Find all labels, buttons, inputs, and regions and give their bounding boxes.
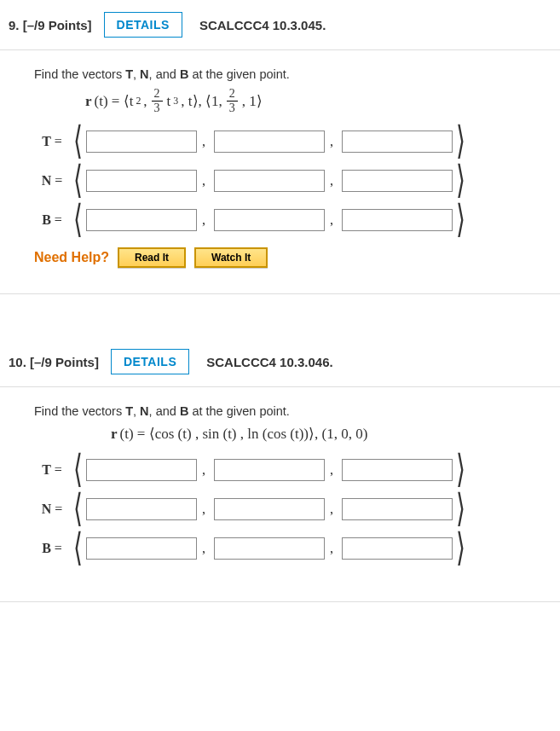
question-header: 10. [–/9 Points] DETAILS SCALCCC4 10.3.0… bbox=[0, 337, 560, 387]
details-button[interactable]: DETAILS bbox=[111, 349, 189, 374]
question-10-block: 10. [–/9 Points] DETAILS SCALCCC4 10.3.0… bbox=[0, 337, 560, 602]
question-prompt: Find the vectors T, N, and B at the give… bbox=[34, 67, 551, 81]
comma: , bbox=[325, 541, 342, 556]
comma: , bbox=[197, 462, 214, 478]
vector-T-component-2-input[interactable] bbox=[214, 131, 325, 153]
comma: , bbox=[325, 134, 342, 149]
angle-open-icon: ⟨ bbox=[70, 530, 86, 568]
formula-r-of-t-q9: r (t) = ⟨t2, 23 t3, t⟩, ⟨1, 23 , 1⟩ bbox=[85, 88, 551, 114]
vector-N-label: N = bbox=[34, 173, 70, 189]
watch-it-button[interactable]: Watch It bbox=[194, 247, 268, 268]
comma: , bbox=[197, 541, 214, 556]
question-header: 9. [–/9 Points] DETAILS SCALCCC4 10.3.04… bbox=[0, 0, 560, 50]
question-body: Find the vectors T, N, and B at the give… bbox=[0, 50, 560, 293]
vector-T-component-3-input[interactable] bbox=[342, 459, 453, 481]
question-number: 10. [–/9 Points] bbox=[9, 355, 99, 369]
vector-N-component-1-input[interactable] bbox=[86, 498, 197, 520]
vector-B-component-2-input[interactable] bbox=[214, 537, 325, 560]
angle-close-icon: ⟩ bbox=[453, 162, 469, 200]
need-help-label: Need Help? bbox=[34, 250, 109, 265]
angle-open-icon: ⟨ bbox=[70, 201, 86, 240]
vector-N-component-2-input[interactable] bbox=[214, 170, 325, 192]
angle-open-icon: ⟨ bbox=[70, 162, 86, 200]
angle-close-icon: ⟩ bbox=[453, 451, 469, 490]
details-button[interactable]: DETAILS bbox=[104, 12, 182, 38]
vector-T-component-1-input[interactable] bbox=[86, 131, 197, 153]
vector-T-label: T = bbox=[34, 462, 70, 478]
comma: , bbox=[325, 462, 342, 478]
vector-B-component-3-input[interactable] bbox=[342, 209, 453, 231]
help-row: Need Help? Read It Watch It bbox=[34, 247, 551, 268]
read-it-button[interactable]: Read It bbox=[118, 247, 186, 268]
vector-N-row: N = ⟨ , , ⟩ bbox=[34, 497, 551, 521]
vector-B-row: B = ⟨ , , ⟩ bbox=[34, 208, 551, 232]
angle-close-icon: ⟩ bbox=[453, 123, 469, 161]
angle-close-icon: ⟩ bbox=[453, 201, 469, 240]
vector-T-row: T = ⟨ , , ⟩ bbox=[34, 130, 551, 154]
question-body: Find the vectors T, N, and B at the give… bbox=[0, 387, 560, 601]
vector-N-label: N = bbox=[34, 502, 70, 517]
question-source: SCALCCC4 10.3.046. bbox=[206, 355, 332, 369]
comma: , bbox=[197, 134, 214, 149]
question-source: SCALCCC4 10.3.045. bbox=[199, 18, 326, 32]
vector-N-component-3-input[interactable] bbox=[342, 170, 453, 192]
vector-N-row: N = ⟨ , , ⟩ bbox=[34, 169, 551, 193]
comma: , bbox=[325, 502, 342, 517]
angle-open-icon: ⟨ bbox=[70, 490, 86, 529]
angle-close-icon: ⟩ bbox=[453, 530, 469, 568]
question-number: 9. [–/9 Points] bbox=[9, 18, 92, 32]
question-9-block: 9. [–/9 Points] DETAILS SCALCCC4 10.3.04… bbox=[0, 0, 560, 294]
vector-B-component-1-input[interactable] bbox=[86, 209, 197, 231]
vector-B-component-1-input[interactable] bbox=[86, 537, 197, 560]
vector-N-component-3-input[interactable] bbox=[342, 498, 453, 520]
comma: , bbox=[325, 212, 342, 228]
angle-open-icon: ⟨ bbox=[70, 123, 86, 161]
vector-B-row: B = ⟨ , , ⟩ bbox=[34, 537, 551, 560]
angle-open-icon: ⟨ bbox=[70, 451, 86, 490]
vector-B-label: B = bbox=[34, 212, 70, 228]
vector-B-component-3-input[interactable] bbox=[342, 537, 453, 560]
question-prompt: Find the vectors T, N, and B at the give… bbox=[34, 404, 551, 418]
spacer bbox=[0, 294, 560, 337]
vector-B-component-2-input[interactable] bbox=[214, 209, 325, 231]
vector-T-component-3-input[interactable] bbox=[342, 131, 453, 153]
vector-T-component-1-input[interactable] bbox=[86, 459, 197, 481]
formula-r-of-t-q10: r (t) = ⟨cos (t) , sin (t) , ln (cos (t)… bbox=[111, 425, 551, 443]
vector-T-row: T = ⟨ , , ⟩ bbox=[34, 458, 551, 482]
comma: , bbox=[197, 173, 214, 189]
vector-N-component-1-input[interactable] bbox=[86, 170, 197, 192]
comma: , bbox=[325, 173, 342, 189]
vector-N-component-2-input[interactable] bbox=[214, 498, 325, 520]
comma: , bbox=[197, 212, 214, 228]
angle-close-icon: ⟩ bbox=[453, 490, 469, 529]
vector-B-label: B = bbox=[34, 541, 70, 556]
vector-T-component-2-input[interactable] bbox=[214, 459, 325, 481]
comma: , bbox=[197, 502, 214, 517]
vector-T-label: T = bbox=[34, 134, 70, 149]
